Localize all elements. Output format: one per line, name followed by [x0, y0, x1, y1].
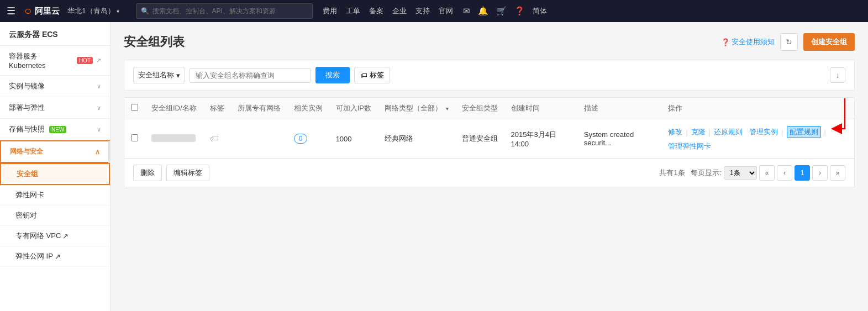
filter-input[interactable]: [190, 68, 311, 83]
top-nav: ☰ ○ 阿里云 华北1（青岛） ▾ 🔍 费用 工单 备案 企业 支持 官网 ✉ …: [0, 0, 868, 22]
chevron-down-icon-instances: ∨: [97, 83, 101, 90]
table-row: 🏷 0 1000 经典网络 普通安全组 2015年3月4日 14:00 Syst…: [124, 119, 854, 159]
action-modify[interactable]: 修改: [668, 127, 682, 137]
separator-1: |: [686, 128, 687, 136]
nav-link-ticket[interactable]: 工单: [346, 6, 360, 16]
select-all-checkbox[interactable]: [131, 104, 138, 111]
col-id-name: 安全组ID/名称: [145, 98, 203, 119]
cell-instances: 0: [287, 119, 329, 159]
sidebar-label-nic: 弹性网卡: [15, 191, 44, 199]
cell-id-name: [145, 119, 203, 159]
question-icon: ❓: [721, 38, 730, 46]
create-security-group-button[interactable]: 创建安全组: [803, 33, 855, 51]
nav-link-support[interactable]: 支持: [415, 6, 430, 16]
cell-network-type: 经典网络: [378, 119, 455, 159]
col-ip-count: 可加入IP数: [329, 98, 378, 119]
action-manage-instances[interactable]: 管理实例: [749, 127, 778, 137]
separator-3: |: [781, 128, 783, 136]
chevron-up-icon-network: ∧: [95, 148, 100, 156]
col-instances: 相关实例: [287, 98, 329, 119]
total-info: 共有1条 每页显示:: [659, 168, 722, 178]
notification-icon[interactable]: 🔔: [478, 6, 488, 16]
cell-actions: 修改 | 克隆 | 还原规则 管理实例 | 配置规则 |: [661, 119, 854, 159]
help-text: 安全使用须知: [732, 37, 775, 47]
sidebar-title: 云服务器 ECS: [0, 22, 110, 46]
action-manage-nic[interactable]: 管理弹性网卡: [668, 141, 711, 151]
sidebar-item-storage[interactable]: 存储与快照 NEW ∨: [0, 119, 110, 140]
hamburger-icon[interactable]: ☰: [7, 5, 15, 17]
sidebar-label-deploy: 部署与弹性: [9, 103, 45, 113]
col-description: 描述: [577, 98, 662, 119]
external-link-icon: ↗: [96, 57, 101, 64]
action-links: 修改 | 克隆 | 还原规则 管理实例 | 配置规则 |: [668, 126, 848, 151]
sidebar-subitem-nic[interactable]: 弹性网卡: [0, 185, 110, 205]
logo-icon: ○: [24, 4, 31, 18]
layout: 云服务器 ECS 容器服务 Kubernetes HOT ↗ 实例与镜像 ∨ 部…: [0, 22, 868, 311]
sidebar-label-storage: 存储与快照: [9, 124, 45, 134]
search-input[interactable]: [152, 7, 308, 15]
next-page-button[interactable]: ›: [812, 165, 828, 181]
col-tags: 标签: [203, 98, 231, 119]
tag-icon: 🏷: [360, 71, 367, 80]
instance-count-badge: 0: [294, 134, 308, 144]
language-selector[interactable]: 简体: [533, 6, 547, 16]
search-button[interactable]: 搜索: [315, 67, 350, 83]
global-search-box[interactable]: 🔍: [136, 3, 313, 19]
chevron-down-icon-deploy: ∨: [97, 104, 101, 112]
table-footer: 删除 编辑标签 共有1条 每页显示: 1条 10条 20条 50条 « ‹ 1: [124, 159, 855, 187]
sidebar-label-network: 网络与安全: [10, 147, 43, 156]
pagination: 共有1条 每页显示: 1条 10条 20条 50条 « ‹ 1 › »: [659, 165, 845, 181]
cart-icon[interactable]: 🛒: [496, 6, 507, 16]
help-link[interactable]: ❓ 安全使用须知: [721, 37, 775, 47]
nav-link-icp[interactable]: 备案: [369, 6, 383, 16]
sidebar-subitem-eip[interactable]: 弹性公网 IP ↗: [0, 246, 110, 267]
page-size-selector[interactable]: 1条 10条 20条 50条: [724, 166, 757, 180]
top-nav-icons: ✉ 🔔 🛒 ❓: [463, 6, 525, 16]
edit-tag-button[interactable]: 编辑标签: [166, 165, 209, 181]
first-page-button[interactable]: «: [759, 165, 775, 181]
col-network-type[interactable]: 网络类型（全部） ▾: [378, 98, 455, 119]
sidebar-label-eip: 弹性公网 IP: [15, 251, 53, 261]
delete-button[interactable]: 删除: [133, 165, 162, 181]
region-selector[interactable]: 华北1（青岛） ▾: [67, 6, 119, 16]
email-icon[interactable]: ✉: [463, 6, 470, 16]
sidebar-item-deploy[interactable]: 部署与弹性 ∨: [0, 97, 110, 119]
filter-dropdown-icon: ▾: [176, 71, 180, 80]
sidebar-subitem-keypairs[interactable]: 密钥对: [0, 205, 110, 226]
filter-type-label: 安全组名称: [138, 70, 174, 80]
action-clone[interactable]: 克隆: [691, 127, 706, 137]
nav-link-enterprise[interactable]: 企业: [392, 6, 407, 16]
sidebar-label-kubernetes: 容器服务 Kubernetes: [9, 51, 75, 70]
sidebar-subitem-vpc[interactable]: 专有网络 VPC ↗: [0, 226, 110, 246]
sidebar-label-security-group: 安全组: [17, 170, 38, 178]
help-icon[interactable]: ❓: [514, 6, 525, 16]
download-button[interactable]: ↓: [830, 67, 845, 83]
filter-type-selector[interactable]: 安全组名称 ▾: [133, 67, 185, 83]
refresh-button[interactable]: ↻: [780, 33, 798, 51]
action-configure-rules[interactable]: 配置规则: [787, 126, 821, 138]
cell-sg-type: 普通安全组: [455, 119, 504, 159]
search-icon: 🔍: [141, 7, 149, 15]
page-title: 安全组列表: [124, 34, 185, 50]
cell-description: System created securit...: [577, 119, 662, 159]
security-group-table: 安全组ID/名称 标签 所属专有网络 相关实例 可加入IP数 网络类型（全部） …: [124, 98, 854, 159]
row-checkbox[interactable]: [131, 134, 138, 141]
col-create-time: 创建时间: [504, 98, 577, 119]
separator-2: |: [709, 128, 711, 136]
sidebar-item-kubernetes[interactable]: 容器服务 Kubernetes HOT ↗: [0, 46, 110, 76]
prev-page-button[interactable]: ‹: [777, 165, 792, 181]
tag-filter-button[interactable]: 🏷 标签: [354, 67, 390, 83]
sidebar-label-vpc: 专有网络 VPC: [15, 231, 61, 241]
page-header: 安全组列表 ❓ 安全使用须知 ↻ 创建安全组: [124, 33, 855, 51]
chevron-down-icon-storage: ∨: [97, 126, 101, 133]
nav-link-official[interactable]: 官网: [439, 6, 453, 16]
sidebar-subitem-security-group[interactable]: 安全组: [0, 163, 110, 185]
region-label: 华北1（青岛）: [67, 6, 114, 16]
action-restore-rules[interactable]: 还原规则: [714, 127, 743, 137]
current-page-button[interactable]: 1: [795, 165, 810, 181]
last-page-button[interactable]: »: [830, 165, 845, 181]
logo-text: 阿里云: [35, 6, 60, 17]
nav-link-fees[interactable]: 费用: [323, 6, 337, 16]
sidebar-item-instances[interactable]: 实例与镜像 ∨: [0, 76, 110, 97]
sidebar-section-network[interactable]: 网络与安全 ∧: [0, 140, 110, 163]
